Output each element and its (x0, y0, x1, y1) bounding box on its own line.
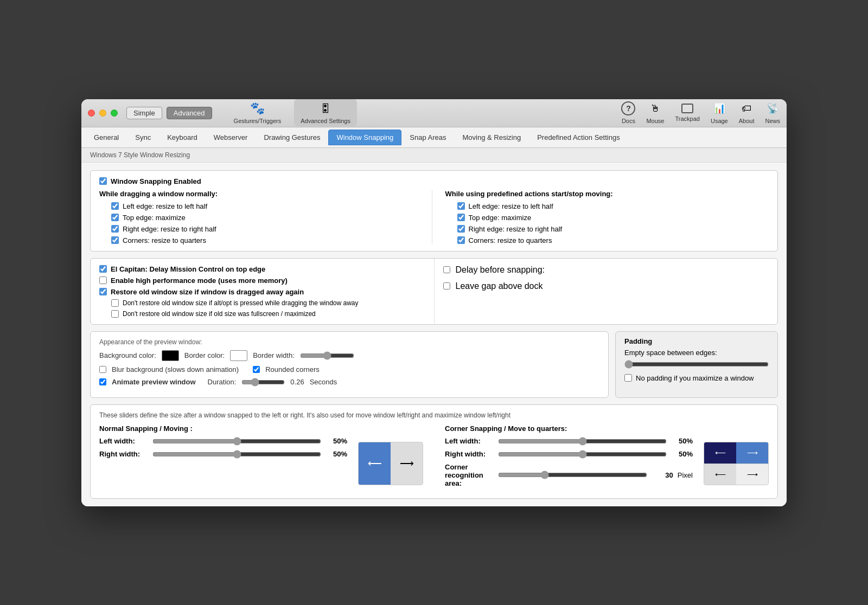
normal-left-width-value: 50% (326, 437, 347, 445)
normal-left-width-slider[interactable] (152, 437, 321, 446)
restore-size-checkbox[interactable] (99, 288, 107, 295)
tab-general[interactable]: General (86, 130, 127, 145)
drag-left-edge-checkbox[interactable] (111, 202, 119, 210)
trackpad-icon (681, 104, 693, 113)
gestures-triggers-nav[interactable]: 🐾 Gestures/Triggers (234, 101, 282, 124)
mouse-nav[interactable]: 🖱 Mouse (646, 101, 664, 124)
pred-corners-checkbox[interactable] (457, 236, 465, 244)
drag-top-edge-checkbox[interactable] (111, 214, 119, 221)
window-snapping-enabled-label: Window Snapping Enabled (111, 177, 201, 185)
tab-window-snapping[interactable]: Window Snapping (328, 130, 401, 145)
tab-sync[interactable]: Sync (127, 130, 159, 145)
corner-area-row: Corner recognition area: 30 Pixel (445, 463, 693, 487)
blur-background-checkbox[interactable] (99, 366, 106, 373)
no-restore-altopt-checkbox[interactable] (111, 299, 119, 307)
question-icon: ? (621, 101, 635, 115)
window-snapping-enabled-row: Window Snapping Enabled (99, 177, 769, 185)
no-restore-fullscreen-checkbox[interactable] (111, 310, 119, 318)
no-padding-label: No padding if you maximize a window (636, 374, 754, 382)
normal-snap-preview-container: ⟵ ⟶ (358, 424, 423, 492)
tab-webserver[interactable]: Webserver (206, 130, 256, 145)
normal-left-width-label: Left width: (99, 437, 148, 445)
drag-top-edge-label: Top edge: maximize (123, 214, 186, 222)
delay-snapping-row: Delay before snapping: (443, 265, 769, 275)
simple-mode-button[interactable]: Simple (126, 107, 162, 119)
no-restore-fullscreen-row: Don't restore old window size if old siz… (111, 310, 425, 318)
tab-moving-resizing[interactable]: Moving & Resizing (455, 130, 529, 145)
usage-nav[interactable]: 📊 Usage (711, 101, 728, 124)
mid-right-col: Delay before snapping: Leave gap above d… (435, 259, 778, 324)
corner-left-width-slider[interactable] (498, 437, 667, 446)
corner-area-slider[interactable] (498, 471, 647, 479)
rounded-corners-checkbox[interactable] (253, 366, 260, 373)
rounded-corners-label: Rounded corners (265, 365, 320, 374)
advanced-mode-button[interactable]: Advanced (167, 107, 212, 119)
pred-top-edge-checkbox[interactable] (457, 214, 465, 221)
no-padding-checkbox[interactable] (624, 374, 632, 382)
drag-right-edge-checkbox[interactable] (111, 225, 119, 233)
tab-predefined-action-settings[interactable]: Predefined Action Settings (529, 130, 628, 145)
maximize-button[interactable] (111, 110, 118, 117)
padding-subtitle: Empty space between edges: (624, 349, 769, 357)
pred-right-edge-checkbox[interactable] (457, 225, 465, 233)
window-snapping-enabled-checkbox[interactable] (99, 177, 107, 185)
bg-color-picker[interactable] (162, 350, 179, 361)
duration-slider[interactable] (241, 378, 285, 387)
tabs-bar: General Sync Keyboard Webserver Drawing … (81, 127, 787, 148)
corner-left-width-value: 50% (671, 437, 693, 445)
normal-snapping-title: Normal Snapping / Moving : (99, 424, 347, 433)
corner-area-label: Corner recognition area: (445, 463, 494, 487)
normal-left-width-row: Left width: 50% (99, 437, 347, 446)
close-button[interactable] (88, 110, 95, 117)
about-nav[interactable]: 🏷 About (739, 101, 755, 124)
trackpad-nav[interactable]: Trackpad (675, 104, 699, 122)
drag-right-edge-label: Right edge: resize to right half (123, 225, 216, 233)
corner-right-width-label: Right width: (445, 450, 494, 458)
el-capitan-checkbox[interactable] (99, 265, 107, 273)
normal-right-width-row: Right width: 50% (99, 450, 347, 459)
duration-value: 0.26 (290, 378, 304, 386)
pred-left-edge-checkbox[interactable] (457, 202, 465, 210)
border-color-picker[interactable] (230, 350, 247, 361)
corner-right-width-slider[interactable] (498, 450, 667, 459)
drag-top-edge-row: Top edge: maximize (111, 214, 423, 222)
usage-label: Usage (711, 118, 728, 124)
mode-switcher: Simple Advanced (126, 107, 212, 119)
border-width-slider[interactable] (300, 351, 354, 360)
tab-drawing-gestures[interactable]: Drawing Gestures (256, 130, 328, 145)
animate-preview-label: Animate preview window (112, 378, 196, 386)
docs-nav[interactable]: ? Docs (621, 101, 635, 124)
normal-snapping-col: Normal Snapping / Moving : Left width: 5… (99, 424, 347, 492)
pred-left-edge-row: Left edge: resize to left half (457, 202, 769, 210)
dragging-section-title: While dragging a window normally: (99, 190, 423, 198)
bg-color-label: Background color: (99, 351, 156, 359)
high-perf-checkbox[interactable] (99, 276, 107, 284)
leave-gap-label: Leave gap above dock (456, 281, 543, 291)
main-window: Simple Advanced 🐾 Gestures/Triggers 🎛 Ad… (81, 99, 787, 506)
delay-snapping-checkbox[interactable] (443, 266, 450, 273)
border-color-label: Border color: (184, 351, 225, 359)
tab-snap-areas[interactable]: Snap Areas (401, 130, 454, 145)
no-padding-row: No padding if you maximize a window (624, 374, 769, 382)
paw-icon: 🐾 (250, 101, 264, 115)
normal-right-width-value: 50% (326, 450, 347, 458)
animate-preview-checkbox[interactable] (99, 378, 106, 385)
minimize-button[interactable] (99, 110, 106, 117)
pred-right-edge-row: Right edge: resize to right half (457, 225, 769, 233)
news-nav[interactable]: 📡 News (765, 101, 780, 124)
padding-box: Padding Empty space between edges: No pa… (615, 331, 778, 398)
border-width-label: Border width: (253, 351, 295, 359)
corner-area-unit: Pixel (678, 471, 693, 479)
padding-slider[interactable] (624, 360, 769, 369)
normal-right-width-slider[interactable] (152, 450, 321, 459)
advanced-settings-nav[interactable]: 🎛 Advanced Settings (294, 99, 357, 126)
drag-corners-checkbox[interactable] (111, 236, 119, 244)
tab-keyboard[interactable]: Keyboard (159, 130, 206, 145)
pred-top-edge-label: Top edge: maximize (469, 214, 532, 222)
el-capitan-row: El Capitan: Delay Mission Control on top… (99, 265, 425, 273)
no-restore-altopt-row: Don't restore old window size if alt/opt… (111, 299, 425, 307)
mouse-label: Mouse (646, 118, 664, 124)
leave-gap-checkbox[interactable] (443, 282, 450, 289)
high-perf-row: Enable high performance mode (uses more … (99, 276, 425, 285)
pred-corners-label: Corners: resize to quarters (469, 236, 552, 244)
